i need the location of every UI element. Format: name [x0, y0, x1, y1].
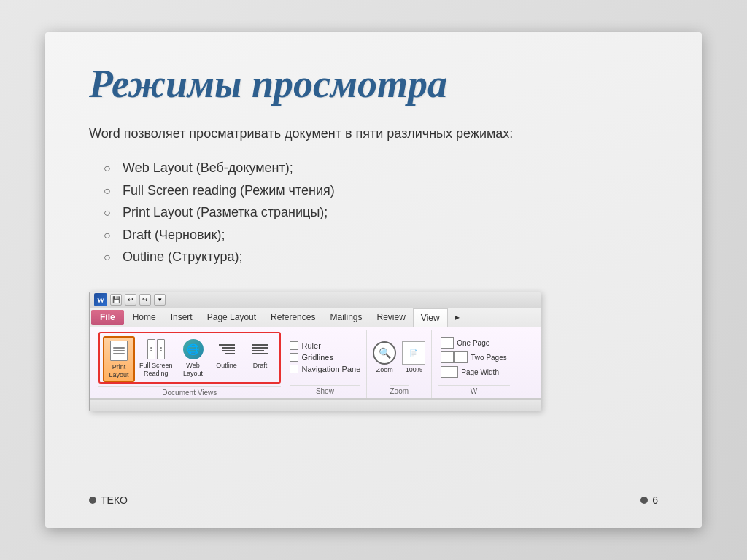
view-tab[interactable]: View — [413, 308, 448, 327]
bullet-icon: ○ — [104, 158, 115, 178]
page-width-label: Page Width — [461, 368, 499, 376]
footer-brand: ТEКО — [89, 494, 128, 506]
window-label: W — [438, 385, 509, 395]
zoom-content: 🔍 Zoom 📄 100% — [373, 333, 425, 382]
zoom-btn-label: Zoom — [376, 366, 393, 373]
document-views-buttons: PrintLayout — [100, 333, 279, 382]
more-icon: ▾ — [154, 294, 166, 306]
window-buttons: One Page Two Pages Page Width — [438, 333, 509, 382]
slide-body: Word позволяет просматривать документ в … — [89, 124, 658, 487]
references-tab[interactable]: References — [263, 308, 322, 327]
web-layout-btn[interactable]: 🌐 WebLayout — [177, 336, 209, 382]
full-screen-btn[interactable]: Full ScreenReading — [136, 336, 176, 382]
gridlines-row: Gridlines — [290, 353, 333, 362]
outline-label: Outline — [216, 362, 237, 370]
save-icon: 💾 — [110, 294, 122, 306]
mailings-tab[interactable]: Mailings — [322, 308, 369, 327]
show-group: Ruler Gridlines Navigation Pane Show — [284, 330, 368, 398]
title-bar-icons: W 💾 ↩ ↪ ▾ — [94, 293, 166, 306]
review-tab[interactable]: Review — [369, 308, 412, 327]
ruler-label: Ruler — [302, 341, 321, 350]
ribbon-content: PrintLayout — [90, 327, 541, 399]
list-item: ○ Print Layout (Разметка страницы); — [104, 201, 658, 224]
one-page-label: One Page — [457, 339, 489, 347]
bullet-icon: ○ — [104, 181, 115, 201]
ruler-row: Ruler — [290, 341, 321, 350]
document-views-label: Document Views — [98, 386, 281, 397]
two-pages-icon — [441, 351, 468, 363]
draft-icon — [249, 338, 272, 361]
list-item: ○ Web Layout (Веб-документ); — [104, 157, 658, 179]
more-tabs[interactable]: ▸ — [448, 308, 467, 327]
bullet-icon: ○ — [104, 203, 115, 222]
list-item: ○ Outline (Структура); — [104, 246, 658, 268]
word-icon: W — [94, 293, 107, 306]
insert-tab[interactable]: Insert — [163, 308, 200, 327]
page-width-icon — [441, 366, 458, 378]
nav-pane-checkbox[interactable] — [290, 365, 298, 373]
zoom-group-label: Zoom — [390, 385, 409, 395]
ruler-checkbox[interactable] — [290, 341, 298, 350]
draft-btn[interactable]: Draft — [244, 336, 276, 382]
outline-btn[interactable]: Outline — [211, 336, 243, 382]
intro-text: Word позволяет просматривать документ в … — [89, 124, 658, 144]
show-label: Show — [290, 385, 361, 395]
file-tab[interactable]: File — [91, 310, 124, 325]
zoom-100-icon[interactable]: 📄 — [402, 341, 425, 365]
outline-icon — [215, 338, 239, 361]
zoom-100-container: 📄 100% — [402, 341, 425, 373]
tab-bar: File Home Insert Page Layout References … — [90, 308, 541, 327]
show-checkboxes: Ruler Gridlines Navigation Pane — [290, 333, 361, 382]
document-views-outline: PrintLayout — [98, 332, 281, 384]
bullet-icon: ○ — [104, 247, 115, 267]
one-page-btn[interactable]: One Page — [438, 336, 492, 349]
brand-dot — [89, 497, 96, 504]
nav-pane-label: Navigation Pane — [302, 365, 361, 373]
zoom-circle-icon[interactable]: 🔍 — [373, 341, 396, 365]
page-width-btn[interactable]: Page Width — [438, 365, 502, 378]
web-layout-icon: 🌐 — [182, 338, 205, 361]
page-dot — [640, 497, 648, 504]
footer-page: 6 — [640, 494, 658, 506]
print-layout-btn[interactable]: PrintLayout — [103, 336, 135, 382]
slide-footer: ТEКО 6 — [89, 487, 658, 506]
two-pages-btn[interactable]: Two Pages — [438, 351, 509, 364]
slide-title: Режимы просмотра — [89, 61, 658, 106]
window-group: One Page Two Pages Page Width — [432, 330, 515, 398]
print-layout-label: PrintLayout — [109, 363, 128, 379]
gridlines-label: Gridlines — [302, 353, 333, 362]
ribbon-bottom — [90, 399, 541, 411]
bullet-list: ○ Web Layout (Веб-документ); ○ Full Scre… — [89, 157, 658, 268]
page-layout-tab[interactable]: Page Layout — [200, 308, 263, 327]
zoom-btn-container: 🔍 Zoom — [373, 341, 396, 373]
title-bar: W 💾 ↩ ↪ ▾ — [90, 292, 541, 308]
bullet-icon: ○ — [104, 225, 115, 245]
document-views-group: PrintLayout — [96, 330, 284, 398]
brand-name: ТEКО — [101, 494, 128, 506]
gridlines-checkbox[interactable] — [290, 353, 298, 362]
redo-icon: ↪ — [139, 294, 151, 306]
list-item: ○ Draft (Черновик); — [104, 224, 658, 246]
full-screen-icon — [144, 338, 168, 361]
list-item: ○ Full Screen reading (Режим чтения) — [104, 179, 658, 202]
presentation-slide: Режимы просмотра Word позволяет просматр… — [45, 32, 702, 528]
two-pages-label: Two Pages — [471, 354, 506, 362]
zoom-group: 🔍 Zoom 📄 100% Zoom — [367, 330, 432, 398]
full-screen-label: Full ScreenReading — [139, 362, 173, 378]
word-ribbon-screenshot: W 💾 ↩ ↪ ▾ File Home Insert Page Layout R… — [89, 292, 541, 411]
zoom-100-label: 100% — [406, 366, 422, 373]
undo-icon: ↩ — [125, 294, 136, 306]
nav-pane-row: Navigation Pane — [290, 365, 361, 373]
draft-label: Draft — [253, 362, 268, 370]
print-layout-icon — [107, 339, 131, 362]
page-number: 6 — [652, 494, 658, 506]
home-tab[interactable]: Home — [125, 308, 163, 327]
web-layout-label: WebLayout — [183, 362, 203, 378]
one-page-icon — [441, 337, 454, 349]
